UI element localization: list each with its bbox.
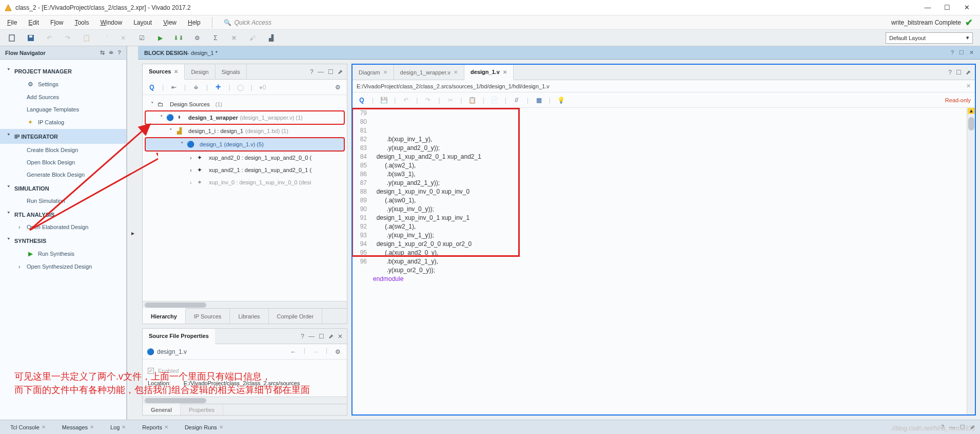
save-button[interactable]	[26, 33, 36, 43]
nav-item[interactable]: Open Block Design	[0, 156, 126, 168]
btab-properties[interactable]: Properties	[181, 404, 223, 415]
menu-view[interactable]: View	[163, 19, 177, 26]
paint-button[interactable]: 🖌	[247, 33, 258, 43]
menu-edit[interactable]: Edit	[28, 19, 39, 26]
close-icon[interactable]: ✕	[174, 69, 178, 74]
gear-icon[interactable]: ⚙	[332, 347, 343, 357]
btab-hierarchy[interactable]: Hierarchy	[143, 308, 186, 324]
paste-button[interactable]: 📄	[100, 33, 110, 43]
sources-tree[interactable]: ˅🗀 Design Sources (1) ˅🔵⬍ design_1_wrapp…	[143, 95, 347, 301]
popout-icon[interactable]: ⬈	[966, 69, 971, 76]
empty-button[interactable]: ◯	[236, 82, 246, 92]
checklist-button[interactable]: ☑	[136, 33, 147, 43]
delete-button[interactable]: ✕	[118, 33, 128, 43]
tree-row[interactable]: ›✦ xup_and2_1 : design_1_xup_and2_0_1 (	[145, 164, 345, 176]
nav-item[interactable]: ⚙Settings	[0, 78, 126, 91]
help-icon[interactable]: ?	[951, 49, 954, 56]
btab-general[interactable]: General	[143, 404, 181, 415]
menu-layout[interactable]: Layout	[133, 19, 152, 26]
paste-button[interactable]: 📄	[489, 95, 500, 105]
save-button[interactable]: 💾	[379, 95, 389, 105]
copy-button[interactable]: 📋	[467, 95, 478, 105]
popout-icon[interactable]: ⬈	[338, 68, 343, 76]
menu-flow[interactable]: Flow	[50, 19, 63, 26]
copy-button[interactable]: 📋	[81, 33, 91, 43]
btab-messages[interactable]: Messages✕	[57, 422, 99, 433]
column-button[interactable]: ▦	[534, 95, 544, 105]
nav-section[interactable]: ˅ RTL ANALYSIS	[0, 207, 126, 221]
minimize-icon[interactable]: —	[318, 68, 324, 76]
tree-row[interactable]: ˅🗀 Design Sources (1)	[145, 98, 345, 110]
maximize-icon[interactable]: ☐	[328, 68, 334, 76]
maximize-button[interactable]: ☐	[942, 3, 952, 13]
tab-diagram[interactable]: Diagram✕	[352, 65, 394, 80]
minimize-button[interactable]: —	[923, 3, 933, 13]
nav-item[interactable]: Run Simulation	[0, 195, 126, 207]
close-file-button[interactable]: ✕	[966, 83, 971, 89]
nav-item[interactable]: ›Open Synthesized Design	[0, 260, 126, 273]
forward-button[interactable]: →	[310, 347, 321, 357]
tree-row[interactable]: ›✦ xup_and2_0 : design_1_xup_and2_0_0 (	[145, 152, 345, 164]
help-icon[interactable]: ?	[310, 68, 313, 76]
close-icon[interactable]: ✕	[454, 69, 458, 75]
nav-section[interactable]: ˅ SYNTHESIS	[0, 233, 126, 247]
close-button[interactable]: ✕	[962, 3, 972, 13]
new-button[interactable]	[7, 33, 17, 43]
popout-icon[interactable]: ⬈	[328, 333, 334, 340]
collapse-all-button[interactable]: ⇤	[169, 82, 179, 92]
nav-collapse-icon[interactable]: ⇆	[100, 49, 105, 56]
redo-button[interactable]: ↷	[63, 33, 73, 43]
maximize-icon[interactable]: ☐	[319, 333, 324, 340]
redo-button[interactable]: ↷	[423, 95, 433, 105]
search-button[interactable]: Q	[357, 95, 367, 105]
menu-window[interactable]: Window	[100, 19, 122, 26]
nav-item[interactable]: Generate Block Design	[0, 168, 126, 181]
tab-design1v[interactable]: design_1.v✕	[464, 65, 514, 80]
gear-icon[interactable]: ⚙	[332, 82, 343, 92]
maximize-panel-icon[interactable]: ☐	[959, 49, 964, 56]
nav-item[interactable]: Language Templates	[0, 103, 126, 116]
settings-button[interactable]: ⚙	[192, 33, 202, 43]
code-lines[interactable]: .b(xup_inv_1_y), .y(xup_and2_0_y)); desi…	[370, 108, 967, 414]
nav-item[interactable]: ›Open Elaborated Design	[0, 221, 126, 233]
filter-button[interactable]: ● 0	[258, 82, 268, 92]
tab-signals[interactable]: Signals	[215, 64, 247, 80]
tree-row-wrapper[interactable]: ˅🔵⬍ design_1_wrapper (design_1_wrapper.v…	[145, 110, 345, 125]
menu-help[interactable]: Help	[188, 19, 201, 26]
comment-button[interactable]: //	[512, 95, 522, 105]
expand-button[interactable]: ≑	[191, 82, 201, 92]
btab-libraries[interactable]: Libraries	[230, 309, 268, 324]
tree-row[interactable]: ˅▟ design_1_i : design_1 (design_1.bd) (…	[145, 125, 345, 137]
nav-pref-icon[interactable]: ≑	[109, 49, 113, 56]
nav-help-icon[interactable]: ?	[117, 49, 121, 56]
btab-tclconsole[interactable]: Tcl Console✕	[5, 422, 51, 433]
close-icon[interactable]: ✕	[383, 69, 387, 75]
menu-tools[interactable]: Tools	[74, 19, 89, 26]
run-button[interactable]: ▶	[155, 33, 165, 43]
btab-designruns[interactable]: Design Runs✕	[180, 422, 228, 433]
synth-button[interactable]: ⬇⬇	[173, 33, 184, 43]
btab-log[interactable]: Log✕	[105, 422, 131, 433]
help-icon[interactable]: ?	[948, 69, 952, 76]
btab-compileorder[interactable]: Compile Order	[269, 309, 323, 324]
code-editor[interactable]: 798081828384858687888990919293949596 .b(…	[352, 108, 975, 414]
bulb-button[interactable]: 💡	[556, 95, 566, 105]
nav-section[interactable]: ˅ PROJECT MANAGER	[0, 64, 126, 78]
close-icon[interactable]: ✕	[338, 333, 343, 340]
layout-combo[interactable]: Default Layout ▾	[886, 32, 973, 44]
maximize-icon[interactable]: ☐	[956, 69, 962, 76]
close-icon[interactable]: ✕	[503, 69, 507, 75]
tree-row[interactable]: ›✦ xup_inv_0 : design_1_xup_inv_0_0 (des…	[145, 176, 345, 188]
h-scrollbar[interactable]	[143, 301, 347, 308]
sigma-button[interactable]: Σ	[210, 33, 221, 43]
undo-button[interactable]: ↶	[44, 33, 54, 43]
close-panel-icon[interactable]: ✕	[969, 49, 974, 56]
back-button[interactable]: ←	[288, 347, 299, 357]
noconn-button[interactable]: ▟	[266, 33, 276, 43]
btab-ipsources[interactable]: IP Sources	[186, 309, 230, 324]
warning-icon[interactable]: ▲	[968, 108, 975, 114]
cut-button[interactable]: ✂	[445, 95, 456, 105]
nav-section[interactable]: ˅ SIMULATION	[0, 181, 126, 195]
help-icon[interactable]: ?	[301, 333, 304, 340]
cancel-button[interactable]: ✖	[229, 33, 239, 43]
